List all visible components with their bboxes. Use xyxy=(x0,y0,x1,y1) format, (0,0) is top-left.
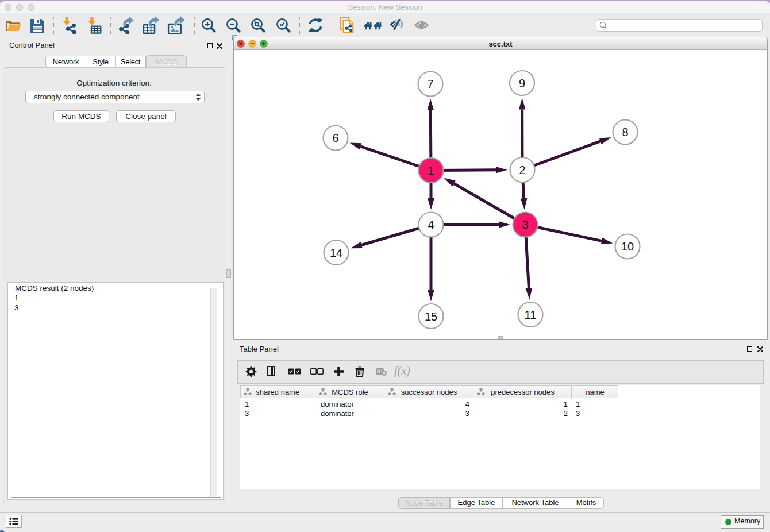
svg-text:14: 14 xyxy=(330,246,342,259)
svg-text:8: 8 xyxy=(622,126,628,138)
svg-text:10: 10 xyxy=(621,240,634,253)
svg-text:11: 11 xyxy=(525,309,537,321)
svg-text:3: 3 xyxy=(522,218,528,231)
svg-text:2: 2 xyxy=(519,164,525,176)
svg-text:4: 4 xyxy=(428,218,434,231)
svg-text:9: 9 xyxy=(519,77,525,90)
svg-text:1: 1 xyxy=(428,164,434,177)
svg-text:15: 15 xyxy=(425,310,437,323)
svg-text:6: 6 xyxy=(332,132,338,144)
svg-text:7: 7 xyxy=(427,78,433,90)
